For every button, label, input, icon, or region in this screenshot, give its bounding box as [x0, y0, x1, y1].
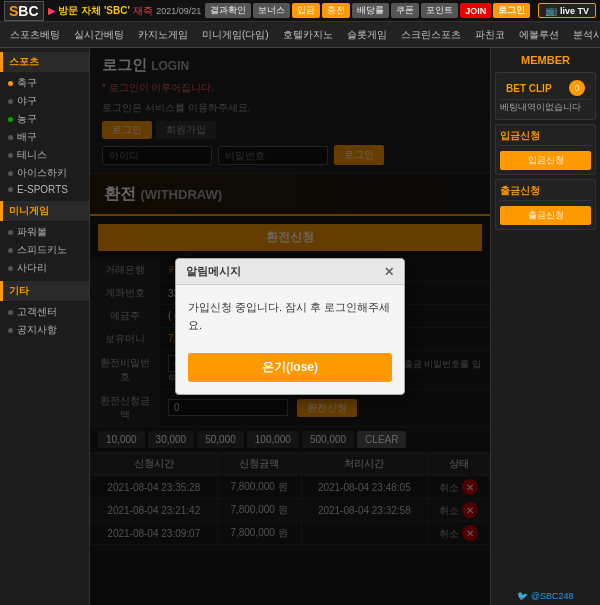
dot-icon	[8, 248, 13, 253]
dot-icon	[8, 135, 13, 140]
dot-icon	[8, 171, 13, 176]
sidebar-item-tennis[interactable]: 테니스	[0, 146, 89, 164]
rs-deposit-title: 입금신청	[500, 129, 591, 146]
dot-icon	[8, 81, 13, 86]
dot-icon	[8, 99, 13, 104]
dot-icon	[8, 187, 13, 192]
sidebar-item-ladder[interactable]: 사다리	[0, 259, 89, 277]
modal-ok-button[interactable]: 은기(lose)	[188, 353, 392, 382]
content-area: 로그인 LOGIN * 로그인이 이루어집니다. 로그인은 서비스를 이용하주세…	[90, 48, 490, 605]
alert-modal: 알림메시지 ✕ 가입신청 중입니다. 잠시 후 로그인해주세요. 은기(lose…	[175, 258, 405, 394]
sidebar-etc-header: 기타	[0, 281, 89, 301]
dot-icon	[8, 310, 13, 315]
sidebar-minigame-header: 미니게임	[0, 201, 89, 221]
deposit-btn[interactable]: 입금	[292, 3, 320, 18]
nav-slot[interactable]: 슬롯게임	[341, 26, 393, 44]
top-buttons: 결과확인 보너스 입금 충전 배당률 쿠폰 포인트 JOIN 로그인	[205, 3, 530, 18]
modal-footer: 은기(lose)	[176, 345, 404, 394]
betclip-count: 0	[569, 80, 585, 96]
dot-icon	[8, 117, 13, 122]
sidebar-item-notice[interactable]: 공지사항	[0, 321, 89, 339]
rs-withdraw: 출금신청 출금신청	[495, 179, 596, 230]
dot-icon	[8, 153, 13, 158]
top-bar: SBC ▶ 방문 자체 'SBC' 재즉 방환리의 기타 유시나 해당나. 20…	[0, 0, 600, 22]
sidebar-item-soccer[interactable]: 축구	[0, 74, 89, 92]
sidebar-sports-header: 스포츠	[0, 52, 89, 72]
betclip-header: BET CLIP 0	[500, 77, 591, 100]
sidebar-item-baseball[interactable]: 야구	[0, 92, 89, 110]
top-date: 2021/09/21	[156, 6, 201, 16]
sidebar-minigame-section: 미니게임 파워볼 스피드키노 사다리	[0, 201, 89, 277]
left-sidebar: 스포츠 축구 야구 농구 배구 테니스 아이스하키 E-SPORTS 미니게임 …	[0, 48, 90, 605]
betclip-empty-label: 베팅내역이없습니다	[500, 100, 591, 115]
odds-btn[interactable]: 배당률	[352, 3, 389, 18]
dot-icon	[8, 230, 13, 235]
right-sidebar: MEMBER BET CLIP 0 베팅내역이없습니다 입금신청 입금신청 출금…	[490, 48, 600, 605]
modal-title: 알림메시지	[186, 264, 241, 279]
modal-close-button[interactable]: ✕	[384, 265, 394, 279]
dot-icon	[8, 328, 13, 333]
sidebar-item-volleyball[interactable]: 배구	[0, 128, 89, 146]
rs-withdraw-title: 출금신청	[500, 184, 591, 201]
nav-analysis[interactable]: 분석사이트	[567, 26, 600, 44]
coupon-btn[interactable]: 쿠폰	[391, 3, 419, 18]
nav-pachinko[interactable]: 파친코	[469, 26, 511, 44]
dot-icon	[8, 266, 13, 271]
modal-header: 알림메시지 ✕	[176, 259, 404, 285]
nav-bar: 스포츠베팅 실시간베팅 카지노게임 미니게임(다임) 호텔카지노 슬롯게임 스크…	[0, 22, 600, 48]
join-btn[interactable]: JOIN	[460, 3, 491, 18]
sidebar-item-support[interactable]: 고객센터	[0, 303, 89, 321]
betclip-title: BET CLIP	[506, 83, 552, 94]
results-btn[interactable]: 결과확인	[205, 3, 251, 18]
sidebar-item-powerball[interactable]: 파워볼	[0, 223, 89, 241]
nav-hotel[interactable]: 호텔카지노	[277, 26, 339, 44]
rs-withdraw-btn[interactable]: 출금신청	[500, 206, 591, 225]
logo: SBC	[4, 1, 44, 21]
bonus-btn[interactable]: 보너스	[253, 3, 290, 18]
sidebar-sports-section: 스포츠 축구 야구 농구 배구 테니스 아이스하키 E-SPORTS	[0, 52, 89, 197]
sidebar-item-esports[interactable]: E-SPORTS	[0, 182, 89, 197]
nav-screen[interactable]: 스크린스포츠	[395, 26, 467, 44]
livetv-badge: 📺 live TV	[538, 3, 596, 18]
social-handle: 🐦 @SBC248	[495, 591, 596, 601]
rs-deposit-btn[interactable]: 입금신청	[500, 151, 591, 170]
nav-mini[interactable]: 미니게임(다임)	[196, 26, 275, 44]
rs-deposit: 입금신청 입금신청	[495, 124, 596, 175]
charge-btn[interactable]: 충전	[322, 3, 350, 18]
sidebar-item-hockey[interactable]: 아이스하키	[0, 164, 89, 182]
social-section: 🐦 @SBC248	[495, 591, 596, 601]
sidebar-item-basketball[interactable]: 농구	[0, 110, 89, 128]
sidebar-item-speedkeno[interactable]: 스피드키노	[0, 241, 89, 259]
nav-casino[interactable]: 카지노게임	[132, 26, 194, 44]
rs-betclip: BET CLIP 0 베팅내역이없습니다	[495, 72, 596, 120]
modal-body: 가입신청 중입니다. 잠시 후 로그인해주세요.	[176, 285, 404, 344]
modal-overlay: 알림메시지 ✕ 가입신청 중입니다. 잠시 후 로그인해주세요. 은기(lose…	[90, 48, 490, 605]
sidebar-etc-section: 기타 고객센터 공지사항	[0, 281, 89, 339]
nav-sports[interactable]: 스포츠베팅	[4, 26, 66, 44]
points-btn[interactable]: 포인트	[421, 3, 458, 18]
nav-live[interactable]: 실시간베팅	[68, 26, 130, 44]
main-layout: 스포츠 축구 야구 농구 배구 테니스 아이스하키 E-SPORTS 미니게임 …	[0, 48, 600, 605]
nav-evolution[interactable]: 에볼루션	[513, 26, 565, 44]
login-top-btn[interactable]: 로그인	[493, 3, 530, 18]
member-label: MEMBER	[495, 52, 596, 68]
top-notice: ▶ 방문 자체 'SBC' 재즉 방환리의 기타 유시나 해당나.	[48, 4, 153, 18]
